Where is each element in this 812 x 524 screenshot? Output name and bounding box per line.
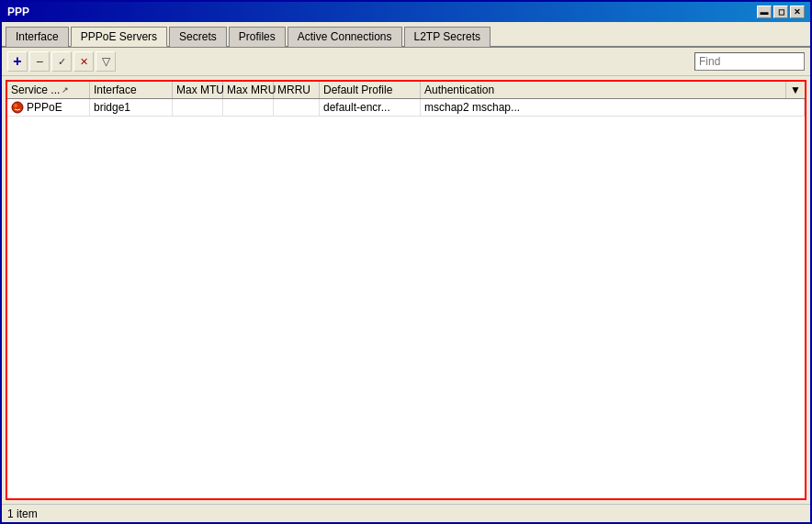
svg-point-1	[14, 104, 17, 107]
tab-pppoe-servers[interactable]: PPPoE Servers	[71, 27, 167, 47]
col-header-interface[interactable]: Interface	[90, 82, 173, 98]
table-header: Service ... ↗ Interface Max MTU Max MRU …	[7, 82, 805, 99]
cell-mrru	[274, 99, 320, 116]
main-window: PPP ▬ ◻ ✕ Interface PPPoE Servers Secret…	[0, 0, 812, 524]
cell-max-mru	[223, 99, 274, 116]
down-button[interactable]: ✕	[73, 51, 94, 72]
title-controls: ▬ ◻ ✕	[757, 6, 805, 18]
col-header-default-profile[interactable]: Default Profile	[320, 82, 421, 98]
sort-arrow-service: ↗	[62, 85, 69, 95]
tab-bar: Interface PPPoE Servers Secrets Profiles…	[2, 22, 810, 48]
add-button[interactable]: +	[7, 51, 28, 72]
status-text: 1 item	[7, 507, 38, 520]
col-header-max-mru[interactable]: Max MRU	[223, 82, 274, 98]
tab-active-connections[interactable]: Active Connections	[288, 27, 402, 47]
up-button[interactable]: ✓	[51, 51, 72, 72]
tab-profiles[interactable]: Profiles	[229, 27, 286, 47]
window-title: PPP	[7, 6, 29, 18]
maximize-button[interactable]: ◻	[773, 6, 788, 18]
toolbar: + − ✓ ✕ ▽	[2, 48, 810, 76]
pppoe-icon	[11, 101, 24, 114]
col-header-max-mtu[interactable]: Max MTU	[173, 82, 223, 98]
col-header-authentication[interactable]: Authentication	[421, 82, 786, 98]
cell-default-profile: default-encr...	[320, 99, 421, 116]
tab-secrets[interactable]: Secrets	[169, 27, 227, 47]
minimize-button[interactable]: ▬	[757, 6, 772, 18]
filter-button[interactable]: ▽	[96, 51, 116, 72]
content-area: Service ... ↗ Interface Max MTU Max MRU …	[6, 80, 806, 500]
table-body: PPPoE bridge1 default-encr...	[7, 99, 805, 498]
col-expand-button[interactable]: ▼	[786, 82, 805, 98]
cell-service: PPPoE	[7, 99, 90, 116]
svg-point-0	[12, 102, 23, 113]
col-header-mrru[interactable]: MRRU	[274, 82, 320, 98]
title-bar: PPP ▬ ◻ ✕	[2, 2, 810, 22]
col-header-service[interactable]: Service ... ↗	[7, 82, 90, 98]
tab-l2tp-secrets[interactable]: L2TP Secrets	[404, 27, 491, 47]
table-row[interactable]: PPPoE bridge1 default-encr...	[7, 99, 805, 117]
tab-interface[interactable]: Interface	[6, 27, 69, 47]
close-button[interactable]: ✕	[790, 6, 805, 18]
status-bar: 1 item	[2, 504, 810, 522]
cell-max-mtu	[173, 99, 223, 116]
find-input[interactable]	[694, 52, 805, 71]
cell-interface: bridge1	[90, 99, 173, 116]
cell-authentication: mschap2 mschap...	[421, 99, 805, 116]
remove-button[interactable]: −	[29, 51, 50, 72]
